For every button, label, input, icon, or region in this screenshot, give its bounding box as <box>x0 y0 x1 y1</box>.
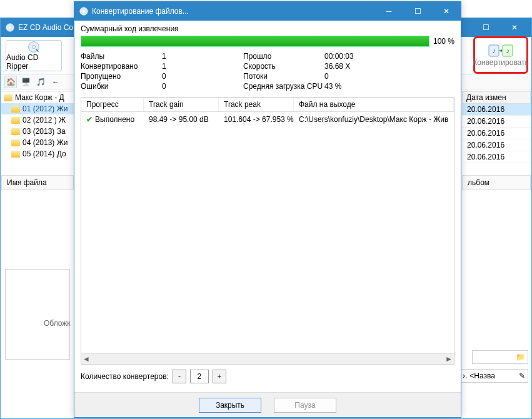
template-field[interactable]: ›. <Назва ✎ <box>459 369 528 383</box>
main-title: EZ CD Audio Co <box>18 23 73 32</box>
folder-tree[interactable]: Макс Корж - Д 01 (2012) Жи 02 (2012 ) Ж … <box>1 91 74 160</box>
progress-percent: 100 % <box>433 37 454 46</box>
checkmark-icon: ✔ <box>86 115 93 124</box>
folder-icon <box>11 106 20 113</box>
audio-cd-ripper-button[interactable]: Audio CD Ripper <box>6 40 62 71</box>
tree-item[interactable]: 04 (2013) Жи <box>1 137 74 148</box>
cd-ripper-icon <box>26 41 41 53</box>
elapsed-value: 00:00:03 <box>324 52 454 61</box>
converted-label: Конвертировано <box>81 62 162 71</box>
album-column-header[interactable]: льбом <box>462 175 531 190</box>
date-row[interactable]: 20.06.2016 <box>462 139 531 151</box>
back-arrow-icon[interactable]: ← <box>49 76 62 88</box>
row-peak: 101.604 -> 67.953 % <box>219 114 294 125</box>
tree-item[interactable]: 01 (2012) Жи <box>1 103 74 114</box>
cpu-label: Средняя загрузка CPU <box>243 82 324 91</box>
filename-column-header[interactable]: Имя файла <box>1 175 74 190</box>
home-folder-icon[interactable]: 🏠 <box>4 76 17 88</box>
convert-icon: ♪♪ <box>488 43 513 58</box>
dialog-titlebar: Конвертирование файлов... ─ ☐ ✕ <box>74 2 461 21</box>
files-label: Файлы <box>81 52 162 61</box>
info-grid: Файлы 1 Прошло 00:00:03 Конвертировано 1… <box>81 52 454 91</box>
tree-root[interactable]: Макс Корж - Д <box>1 92 74 103</box>
date-header[interactable]: Дата измен <box>462 91 531 104</box>
date-row[interactable]: 20.06.2016 <box>462 116 531 128</box>
errors-value: 0 <box>162 82 243 91</box>
convert-dialog: Конвертирование файлов... ─ ☐ ✕ Суммарны… <box>74 1 461 418</box>
decrement-button[interactable]: - <box>173 370 186 383</box>
date-row[interactable]: 20.06.2016 <box>462 128 531 139</box>
errors-label: Ошибки <box>81 82 162 91</box>
cd-icon <box>79 7 88 16</box>
convert-button[interactable]: ♪♪ Конвертировать <box>473 36 528 74</box>
col-peak[interactable]: Track peak <box>219 98 294 111</box>
scroll-left-icon[interactable]: ◄ <box>83 355 90 363</box>
horizontal-scrollbar[interactable]: ◄► <box>81 353 454 364</box>
row-gain: 98.49 -> 95.00 dB <box>144 114 219 125</box>
maximize-icon[interactable]: ☐ <box>471 18 500 37</box>
svg-text:♪: ♪ <box>506 46 509 55</box>
row-output: C:\Users\konfuziy\Desktop\Макс Корж - Жи… <box>294 114 454 125</box>
converters-control: Количество конвертеров: - + <box>81 370 454 383</box>
svg-point-9 <box>83 10 85 13</box>
cover-label: Обложк <box>44 319 71 328</box>
list-header: Прогресс Track gain Track peak Файл на в… <box>81 98 454 112</box>
converters-label: Количество конвертеров: <box>81 372 169 381</box>
list-row[interactable]: ✔Выполнено 98.49 -> 95.00 dB 101.604 -> … <box>81 112 454 127</box>
threads-value: 0 <box>324 72 454 81</box>
minimize-icon[interactable]: ─ <box>374 2 403 21</box>
tree-item[interactable]: 02 (2012 ) Ж <box>1 114 74 126</box>
dialog-button-bar: Закрыть Пауза <box>74 392 461 417</box>
browse-field[interactable]: 📁 <box>472 350 528 364</box>
col-progress[interactable]: Прогресс <box>81 98 144 111</box>
date-row[interactable]: 20.06.2016 <box>462 104 531 116</box>
ripper-label: Audio CD Ripper <box>6 53 61 71</box>
skipped-label: Пропущено <box>81 72 162 81</box>
pause-button[interactable]: Пауза <box>274 398 336 413</box>
tree-item[interactable]: 03 (2013) За <box>1 126 74 137</box>
speed-value: 36.68 X <box>324 62 454 71</box>
music-note-icon[interactable]: 🎵 <box>34 76 47 88</box>
elapsed-label: Прошло <box>243 52 324 61</box>
folder-icon <box>11 139 20 146</box>
cover-panel <box>5 269 70 360</box>
cd-icon <box>6 23 14 32</box>
monitor-icon[interactable]: 🖥️ <box>19 76 32 88</box>
browse-folder-icon[interactable]: 📁 <box>516 353 525 361</box>
chevron-right-icon: ›. <box>463 371 467 380</box>
cpu-value: 43 % <box>324 82 454 91</box>
row-progress: Выполнено <box>95 115 134 124</box>
date-row[interactable]: 20.06.2016 <box>462 151 531 163</box>
threads-label: Потоки <box>243 72 324 81</box>
edit-icon[interactable]: ✎ <box>519 371 525 380</box>
converters-input[interactable] <box>190 370 209 383</box>
maximize-icon[interactable]: ☐ <box>403 2 432 21</box>
close-button[interactable]: Закрыть <box>199 398 261 413</box>
overall-progress-bar <box>81 36 429 47</box>
speed-label: Скорость <box>243 62 324 71</box>
folder-icon <box>4 94 13 101</box>
date-column: Дата измен 20.06.2016 20.06.2016 20.06.2… <box>462 91 531 163</box>
scroll-right-icon[interactable]: ► <box>445 355 453 363</box>
summary-label: Суммарный ход извлечения <box>81 24 454 33</box>
files-value: 1 <box>162 52 243 61</box>
skipped-value: 0 <box>162 72 243 81</box>
folder-icon <box>11 128 20 135</box>
folder-icon <box>11 117 20 124</box>
convert-label: Конвертировать <box>473 58 529 67</box>
converted-value: 1 <box>162 62 243 71</box>
tree-item[interactable]: 05 (2014) До <box>1 148 74 159</box>
col-gain[interactable]: Track gain <box>144 98 219 111</box>
svg-text:♪: ♪ <box>492 46 496 55</box>
svg-point-3 <box>33 45 36 48</box>
folder-icon <box>11 151 20 158</box>
results-list: Прогресс Track gain Track peak Файл на в… <box>81 97 454 365</box>
close-icon[interactable]: ✕ <box>500 18 529 37</box>
svg-point-1 <box>9 26 11 29</box>
dialog-title: Конвертирование файлов... <box>92 7 189 16</box>
col-output[interactable]: Файл на выходе <box>294 98 454 111</box>
template-label: <Назва <box>469 371 495 380</box>
increment-button[interactable]: + <box>213 370 226 383</box>
close-icon[interactable]: ✕ <box>432 2 461 21</box>
